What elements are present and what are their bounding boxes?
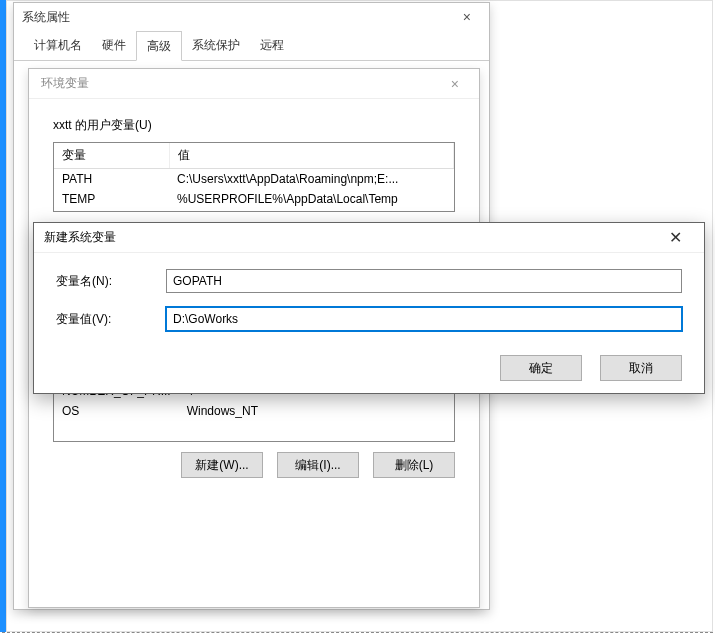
user-vars-table[interactable]: 变量 值 PATH C:\Users\xxtt\AppData\Roaming\… [53, 142, 455, 212]
tab-system-protection[interactable]: 系统保护 [182, 31, 250, 61]
new-variable-footer: 确定 取消 [34, 355, 704, 391]
system-properties-tabs: 计算机名 硬件 高级 系统保护 远程 [14, 31, 489, 61]
edit-button[interactable]: 编辑(I)... [277, 452, 359, 478]
new-variable-title: 新建系统变量 [44, 229, 116, 246]
tab-hardware[interactable]: 硬件 [92, 31, 136, 61]
col-val-header[interactable]: 值 [169, 143, 454, 169]
var-name: TEMP [54, 189, 169, 209]
close-icon[interactable]: × [443, 74, 467, 94]
new-variable-titlebar[interactable]: 新建系统变量 ✕ [34, 223, 704, 253]
new-system-variable-dialog: 新建系统变量 ✕ 变量名(N): 变量值(V): 确定 取消 [33, 222, 705, 394]
tab-advanced[interactable]: 高级 [136, 31, 182, 61]
user-vars-label: xxtt 的用户变量(U) [53, 117, 455, 134]
cancel-button[interactable]: 取消 [600, 355, 682, 381]
close-icon[interactable]: × [453, 6, 481, 28]
close-icon[interactable]: ✕ [657, 226, 694, 249]
var-name: PATH [54, 169, 169, 190]
var-value: %USERPROFILE%\AppData\Local\Temp [169, 189, 454, 209]
new-variable-body: 变量名(N): 变量值(V): [34, 253, 704, 355]
var-name: OS [54, 401, 179, 421]
tab-computer-name[interactable]: 计算机名 [24, 31, 92, 61]
tab-remote[interactable]: 远程 [250, 31, 294, 61]
table-row[interactable]: OS Windows_NT [54, 401, 454, 421]
col-var-header[interactable]: 变量 [54, 143, 169, 169]
table-row[interactable]: TEMP %USERPROFILE%\AppData\Local\Temp [54, 189, 454, 209]
var-value: Windows_NT [179, 401, 454, 421]
new-button[interactable]: 新建(W)... [181, 452, 263, 478]
variable-value-input[interactable] [166, 307, 682, 331]
environment-variables-title: 环境变量 [41, 75, 89, 92]
var-value: C:\Users\xxtt\AppData\Roaming\npm;E:... [169, 169, 454, 190]
ok-button[interactable]: 确定 [500, 355, 582, 381]
variable-value-label: 变量值(V): [56, 311, 166, 328]
variable-name-input[interactable] [166, 269, 682, 293]
table-row[interactable]: PATH C:\Users\xxtt\AppData\Roaming\npm;E… [54, 169, 454, 190]
system-properties-titlebar[interactable]: 系统属性 × [14, 3, 489, 31]
system-vars-buttons: 新建(W)... 编辑(I)... 删除(L) [53, 452, 455, 478]
environment-variables-titlebar[interactable]: 环境变量 × [29, 69, 479, 99]
delete-button[interactable]: 删除(L) [373, 452, 455, 478]
variable-name-label: 变量名(N): [56, 273, 166, 290]
system-properties-title: 系统属性 [22, 9, 70, 26]
